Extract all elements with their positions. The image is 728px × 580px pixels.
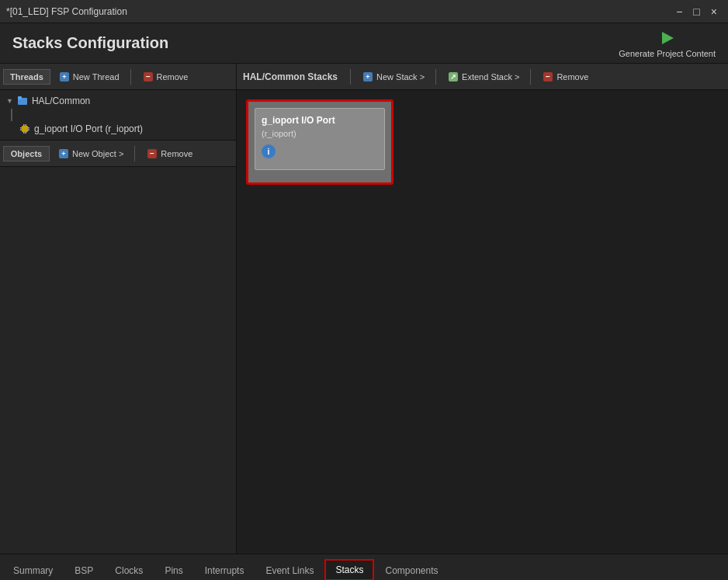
separator — [130, 69, 131, 85]
stacks-remove-icon: − — [542, 71, 554, 83]
stacks-toolbar: HAL/Common Stacks + New Stack > ↗ — [237, 64, 728, 90]
maximize-button[interactable]: □ — [688, 4, 704, 19]
extend-stack-button[interactable]: ↗ Extend Stack > — [442, 69, 524, 85]
svg-rect-13 — [26, 124, 27, 126]
tree-connector — [11, 109, 236, 121]
tab-interrupts[interactable]: Interrupts — [195, 560, 255, 580]
tree-item-hal-common[interactable]: ▼ HAL/Common — [0, 93, 236, 109]
svg-text:↗: ↗ — [450, 73, 456, 81]
folder-icon — [16, 95, 29, 107]
threads-tree: ▼ HAL/Common — [0, 90, 236, 140]
new-thread-button[interactable]: + New Thread — [54, 69, 124, 85]
title-bar-text: *[01_LED] FSP Configuration — [6, 6, 671, 17]
close-button[interactable]: × — [706, 4, 722, 19]
tab-stacks[interactable]: Stacks — [325, 560, 373, 580]
objects-remove-icon: − — [146, 148, 158, 160]
stack-card-g-ioport[interactable]: g_ioport I/O Port (r_ioport) i — [246, 99, 393, 185]
objects-remove-button[interactable]: − Remove — [141, 146, 197, 161]
stack-card-inner: g_ioport I/O Port (r_ioport) i — [255, 108, 385, 170]
page-title: Stacks Configuration — [12, 34, 168, 52]
tab-bar: Summary BSP Clocks Pins Interrupts Event… — [0, 554, 728, 580]
separator2 — [134, 146, 135, 161]
tree-item-g-ioport[interactable]: g_ioport I/O Port (r_ioport) — [0, 121, 236, 137]
objects-label: Objects — [3, 146, 50, 161]
objects-toolbar: Objects + New Object > − — [0, 141, 236, 167]
threads-remove-button[interactable]: − Remove — [137, 69, 193, 85]
threads-label: Threads — [3, 69, 50, 85]
tab-clocks[interactable]: Clocks — [105, 560, 153, 580]
svg-rect-12 — [23, 124, 25, 126]
new-stack-icon: + — [362, 71, 374, 83]
sep4 — [435, 69, 436, 85]
app-header: Stacks Configuration Generate Project Co… — [0, 23, 728, 64]
sep3 — [350, 69, 351, 85]
new-stack-button[interactable]: + New Stack > — [357, 69, 429, 85]
left-panel: Threads + New Thread − — [0, 64, 237, 554]
stacks-content: g_ioport I/O Port (r_ioport) i — [237, 90, 728, 554]
new-object-icon: + — [57, 148, 70, 160]
sep5 — [530, 69, 531, 85]
threads-toolbar: Threads + New Thread − — [0, 64, 236, 90]
chip-icon — [19, 123, 31, 135]
svg-rect-14 — [23, 132, 25, 134]
objects-tree — [0, 167, 236, 554]
info-button[interactable]: i — [262, 144, 276, 158]
svg-rect-9 — [20, 130, 22, 131]
new-thread-icon: + — [58, 71, 71, 83]
tab-components[interactable]: Components — [375, 560, 448, 580]
objects-section: Objects + New Object > − — [0, 141, 236, 554]
svg-text:−: − — [146, 72, 151, 81]
svg-rect-11 — [28, 130, 29, 131]
svg-text:+: + — [366, 73, 369, 81]
svg-text:+: + — [61, 150, 65, 158]
title-bar: *[01_LED] FSP Configuration − □ × — [0, 0, 728, 23]
svg-rect-10 — [28, 127, 29, 129]
stack-card-subtitle: (r_ioport) — [262, 129, 378, 138]
tab-event-links[interactable]: Event Links — [255, 560, 324, 580]
stacks-section-title: HAL/Common Stacks — [243, 71, 338, 82]
stacks-remove-button[interactable]: − Remove — [537, 69, 593, 85]
threads-remove-icon: − — [142, 71, 154, 83]
svg-text:+: + — [62, 73, 66, 81]
svg-text:−: − — [150, 149, 154, 158]
main-layout: Threads + New Thread − — [0, 64, 728, 554]
svg-marker-0 — [662, 32, 674, 44]
extend-stack-icon: ↗ — [447, 71, 459, 83]
tab-summary[interactable]: Summary — [3, 560, 63, 580]
svg-rect-15 — [26, 132, 27, 134]
generate-icon — [658, 29, 677, 47]
right-panel: HAL/Common Stacks + New Stack > ↗ — [237, 64, 728, 554]
svg-rect-6 — [18, 96, 22, 99]
tab-bsp[interactable]: BSP — [64, 560, 103, 580]
stack-card-title: g_ioport I/O Port — [262, 115, 378, 126]
minimize-button[interactable]: − — [671, 4, 687, 19]
new-object-button[interactable]: + New Object > — [53, 146, 128, 161]
tab-pins[interactable]: Pins — [154, 560, 192, 580]
expand-icon: ▼ — [6, 97, 13, 105]
generate-project-button[interactable]: Generate Project Content — [619, 29, 716, 58]
svg-text:−: − — [546, 72, 550, 81]
svg-rect-8 — [20, 127, 22, 129]
threads-section: Threads + New Thread − — [0, 64, 236, 141]
svg-rect-7 — [22, 126, 28, 132]
